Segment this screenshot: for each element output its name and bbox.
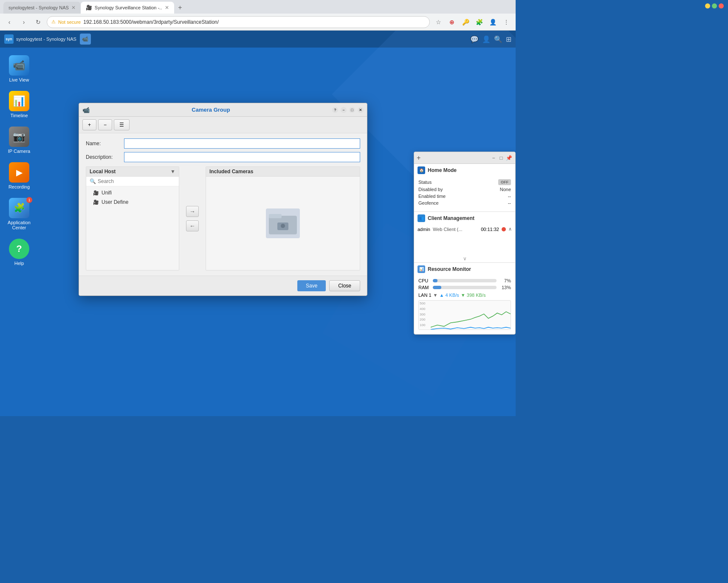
local-host-title: Local Host [90, 169, 116, 175]
dialog-logo-icon: 📹 [82, 107, 90, 113]
geofence-label: Geofence [418, 200, 439, 206]
chart-area: 500 400 300 200 100 [418, 300, 511, 330]
dialog-content: Name: Description: Local Host ▼ [79, 133, 367, 276]
dialog-restore-btn[interactable]: □ [349, 107, 355, 113]
dialog-help-btn[interactable]: ? [332, 107, 338, 113]
camera-list: 🎥 Unifi 🎥 User Define [86, 186, 179, 208]
browser-toolbar: ‹ › ↻ ⚠ Not secure 192.168.50.183:5000/w… [0, 14, 516, 31]
disabled-by-value: None [500, 187, 511, 192]
description-label: Description: [86, 154, 124, 160]
dialog-footer: Save Close [79, 276, 367, 296]
add-icon: + [88, 122, 91, 128]
filter-icon[interactable]: ▼ [170, 169, 175, 175]
dialog-toolbar: + − ☰ [79, 117, 367, 133]
dialog-minimize-btn[interactable]: − [341, 107, 347, 113]
side-panel-minimize-btn[interactable]: − [490, 154, 497, 162]
close-dialog-button[interactable]: Close [329, 280, 360, 291]
extension-icon[interactable]: 🔑 [460, 16, 471, 28]
not-secure-label: Not secure [58, 20, 81, 25]
client-row: admin Web Client (... 00:11:32 ∧ [414, 225, 515, 234]
local-host-panel: Local Host ▼ 🔍 🎥 Unifi [86, 166, 179, 270]
client-expand-icon[interactable]: ∧ [508, 226, 512, 232]
tab-label-2: Synology Surveillance Station -... [95, 5, 162, 10]
tab-close-2[interactable]: ✕ [165, 5, 169, 11]
ram-label: RAM [418, 285, 430, 290]
client-management-icon: 👥 [418, 214, 425, 222]
resource-monitor-section: 📊 Resource Monitor CPU 7% RAM 13% [414, 263, 515, 334]
network-chart-svg [431, 301, 511, 330]
client-management-header: 👥 Client Management [414, 212, 515, 225]
menu-icon[interactable]: ⋮ [500, 16, 512, 28]
menu-button[interactable]: ☰ [114, 119, 130, 130]
new-tab-button[interactable]: + [174, 2, 186, 14]
search-input[interactable] [98, 178, 175, 184]
add-group-button[interactable]: + [82, 119, 96, 130]
camera-item-icon-unifi: 🎥 [93, 190, 99, 196]
lan-dropdown-icon[interactable]: ▼ [433, 293, 438, 298]
name-input[interactable] [124, 138, 360, 149]
name-row: Name: [86, 138, 360, 149]
move-left-button[interactable]: ← [186, 220, 199, 231]
address-bar[interactable]: ⚠ Not secure 192.168.50.183:5000/webman/… [47, 16, 430, 28]
home-mode-title: Home Mode [428, 167, 457, 173]
status-toggle[interactable]: OFF [498, 179, 511, 185]
dialog-close-btn[interactable]: ✕ [358, 107, 364, 113]
side-panel: + − □ 📌 🏠 Home Mode Status OFF Disabled … [414, 152, 516, 335]
tab-label-1: synologytest - Synology NAS [8, 5, 69, 10]
search-box: 🔍 [86, 177, 179, 186]
side-panel-restore-btn[interactable]: □ [497, 154, 505, 162]
browser-action-icons: ☆ ⊕ 🔑 🧩 👤 ⋮ [432, 16, 512, 28]
description-input[interactable] [124, 152, 360, 162]
address-text: 192.168.50.183:5000/webman/3rdparty/Surv… [83, 19, 219, 25]
lan-label[interactable]: LAN 1 [418, 293, 432, 298]
included-cameras-title: Included Cameras [209, 169, 253, 175]
disabled-by-row: Disabled by None [418, 187, 511, 192]
chart-y-labels: 500 400 300 200 100 [419, 301, 426, 330]
browser-titlebar: synologytest - Synology NAS ✕ 🎥 Synology… [0, 0, 516, 14]
save-button[interactable]: Save [297, 280, 326, 291]
client-duration: 00:11:32 [481, 227, 499, 232]
back-button[interactable]: ‹ [3, 16, 15, 28]
toggle-off-label: OFF [498, 179, 511, 185]
extensions-icon[interactable]: 🧩 [473, 16, 485, 28]
client-management-title: Client Management [428, 215, 474, 221]
status-label: Status [418, 180, 432, 185]
client-user: admin [418, 227, 430, 232]
side-panel-pin-btn[interactable]: 📌 [505, 154, 513, 162]
browser-tab-active[interactable]: 🎥 Synology Surveillance Station -... ✕ [81, 2, 174, 14]
arrow-buttons: → ← [183, 166, 201, 270]
resource-monitor-body: CPU 7% RAM 13% LAN 1 ▼ ▲ 4 KB/s [414, 276, 515, 334]
home-mode-section: 🏠 Home Mode Status OFF Disabled by None … [414, 164, 515, 212]
net-up: ▲ 4 KB/s [439, 293, 459, 298]
cpu-bar-bg [433, 279, 497, 282]
bookmark-icon[interactable]: ☆ [432, 16, 444, 28]
scroll-down-btn[interactable]: ∨ [414, 255, 515, 262]
remove-group-button[interactable]: − [98, 119, 112, 130]
camera-item-unifi[interactable]: 🎥 Unifi [86, 188, 179, 197]
resource-monitor-icon: 📊 [418, 265, 425, 273]
dialog-titlebar: 📹 Camera Group ? − □ ✕ [79, 103, 367, 117]
ram-bar [433, 286, 441, 289]
tab-close-1[interactable]: ✕ [71, 5, 76, 11]
enabled-time-value: -- [508, 194, 511, 199]
enabled-time-row: Enabled time -- [418, 194, 511, 199]
geofence-value: -- [508, 200, 511, 206]
ram-bar-bg [433, 286, 497, 289]
profile-icon[interactable]: 👤 [487, 16, 499, 28]
forward-button[interactable]: › [18, 16, 30, 28]
camera-group-dialog: 📹 Camera Group ? − □ ✕ + − ☰ [79, 103, 367, 296]
camera-item-user-define[interactable]: 🎥 User Define [86, 197, 179, 207]
search-icon-left: 🔍 [90, 178, 96, 184]
client-type: Web Client (... [433, 227, 478, 232]
browser-tab-inactive[interactable]: synologytest - Synology NAS ✕ [3, 2, 81, 14]
geofence-row: Geofence -- [418, 200, 511, 206]
opera-icon[interactable]: ⊕ [446, 16, 458, 28]
dialog-title: Camera Group [90, 107, 332, 113]
reload-button[interactable]: ↻ [32, 16, 44, 28]
cpu-bar [433, 279, 437, 282]
browser-chrome: synologytest - Synology NAS ✕ 🎥 Synology… [0, 0, 516, 31]
local-host-header: Local Host ▼ [86, 167, 179, 177]
move-right-button[interactable]: → [186, 206, 199, 217]
side-panel-add-btn[interactable]: + [417, 154, 420, 162]
camera-item-label-unifi: Unifi [102, 190, 112, 196]
